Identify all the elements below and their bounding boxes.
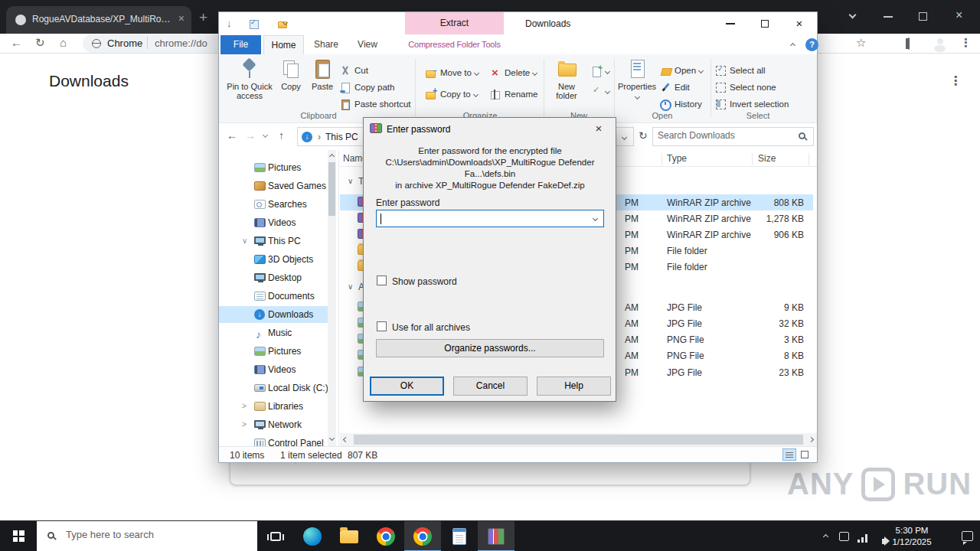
nav-scrollbar[interactable] [328, 150, 336, 446]
dialog-close-icon[interactable]: × [582, 118, 616, 139]
recent-locations-chevron-icon[interactable] [263, 132, 268, 138]
tab-view[interactable]: View [349, 35, 386, 54]
browser-close-button[interactable]: × [956, 8, 962, 22]
search-icon[interactable] [799, 132, 805, 139]
scroll-left-icon[interactable] [343, 437, 348, 442]
sidebar-item-3d-objects[interactable]: 3D Objects [219, 251, 328, 268]
refresh-icon[interactable]: ↻ [35, 37, 45, 49]
paste-shortcut-button[interactable]: Paste shortcut [340, 96, 411, 112]
taskbar-search-box[interactable] [37, 521, 257, 551]
group-chevron-icon[interactable]: ∨ [348, 177, 353, 185]
action-center-icon[interactable] [962, 531, 973, 541]
tab-search-chevron-icon[interactable] [849, 11, 857, 19]
sidebar-item-documents[interactable]: Documents [219, 288, 328, 305]
cancel-button[interactable]: Cancel [453, 377, 528, 396]
sidebar-item-downloads[interactable]: Downloads [219, 306, 328, 323]
page-menu-kebab-icon[interactable]: ⋮ [949, 73, 962, 88]
nav-up-icon[interactable]: ↑ [279, 129, 284, 142]
expander-icon[interactable]: > [242, 416, 247, 433]
bookmark-star-icon[interactable]: ☆ [856, 37, 866, 49]
tab-close-icon[interactable]: × [178, 12, 185, 24]
tab-share[interactable]: Share [306, 35, 346, 54]
edit-button[interactable]: Edit [660, 80, 690, 95]
ok-button[interactable]: OK [370, 377, 444, 396]
new-folder-button[interactable]: New folder [547, 56, 586, 111]
taskbar-search-input[interactable] [66, 529, 242, 540]
group-chevron-icon[interactable]: ∨ [348, 282, 353, 291]
taskbar-clock[interactable]: 5:30 PM 1/12/2025 [885, 525, 939, 548]
tab-file[interactable]: File [220, 35, 261, 54]
new-item-button[interactable] [591, 64, 609, 79]
sidebar-item-videos-2[interactable]: Videos [219, 361, 328, 378]
move-to-button[interactable]: Move to [426, 65, 479, 80]
cut-button[interactable]: Cut [340, 63, 368, 78]
delete-button[interactable]: Delete [490, 65, 537, 80]
sidebar-item-videos[interactable]: Videos [219, 214, 328, 231]
task-view-button[interactable] [257, 521, 294, 551]
expander-icon[interactable]: > [242, 398, 247, 415]
side-panel-icon[interactable] [908, 37, 910, 50]
start-button[interactable] [0, 521, 37, 551]
copy-to-button[interactable]: Copy to [426, 86, 478, 102]
address-dropdown-chevron-icon[interactable] [622, 135, 627, 140]
pin-to-quick-access-button[interactable]: Pin to Quick access [225, 56, 274, 111]
column-size[interactable]: Size [758, 153, 776, 164]
scroll-right-icon[interactable] [808, 437, 814, 442]
horizontal-scrollbar[interactable] [340, 433, 817, 446]
network-signal-icon[interactable] [865, 534, 867, 543]
use-for-all-archives-label[interactable]: Use for all archives [392, 322, 470, 333]
browser-minimize-button[interactable] [884, 16, 893, 18]
browser-menu-kebab-icon[interactable]: ⋮ [960, 37, 972, 49]
breadcrumb-chevron-icon[interactable]: › [318, 132, 321, 142]
taskbar-notepad-button[interactable] [441, 521, 478, 551]
scrollbar-thumb[interactable] [354, 435, 803, 445]
scroll-down-icon[interactable] [329, 435, 335, 441]
sidebar-item-libraries[interactable]: >Libraries [219, 398, 328, 415]
show-password-checkbox[interactable] [377, 276, 387, 285]
taskbar-chrome-button[interactable] [368, 521, 404, 551]
select-none-button[interactable]: Select none [715, 80, 776, 95]
tray-expand-chevron-icon[interactable] [823, 534, 828, 540]
explorer-maximize-button[interactable] [747, 12, 782, 35]
rename-button[interactable]: Rename [490, 86, 537, 102]
help-button[interactable]: Help [537, 377, 611, 396]
sidebar-item-pictures[interactable]: Pictures [219, 159, 328, 176]
open-button[interactable]: Open [660, 63, 703, 78]
taskbar-chrome-active-button[interactable] [404, 521, 441, 551]
sidebar-item-pictures-2[interactable]: Pictures [219, 343, 328, 360]
context-tab-group[interactable]: Extract [405, 12, 504, 34]
password-combo[interactable] [376, 210, 604, 227]
sidebar-item-music[interactable]: Music [219, 324, 328, 341]
qat-properties-icon[interactable] [250, 20, 259, 29]
sidebar-item-searches[interactable]: Searches [219, 196, 328, 213]
history-button[interactable]: History [660, 96, 702, 112]
nav-back-icon[interactable]: ← [227, 129, 237, 142]
sidebar-item-local-disk[interactable]: Local Disk (C:) [219, 380, 328, 396]
column-type[interactable]: Type [667, 153, 687, 164]
use-for-all-archives-checkbox[interactable] [377, 321, 387, 331]
large-icons-view-button[interactable] [799, 448, 812, 461]
browser-maximize-button[interactable] [919, 12, 927, 21]
explorer-search-box[interactable] [652, 127, 814, 146]
combo-dropdown-chevron-icon[interactable] [593, 216, 598, 221]
paste-button[interactable]: Paste [306, 56, 338, 111]
scroll-up-icon[interactable] [329, 154, 335, 159]
refresh-address-icon[interactable]: ↻ [639, 129, 648, 142]
details-view-button[interactable] [782, 448, 796, 461]
tab-compressed-folder-tools[interactable]: Compressed Folder Tools [405, 35, 504, 54]
tray-device-icon[interactable] [839, 532, 849, 541]
expander-icon[interactable]: ∨ [242, 233, 247, 249]
properties-button[interactable]: Properties [617, 56, 657, 111]
sidebar-item-desktop[interactable]: Desktop [219, 269, 328, 286]
tab-home[interactable]: Home [263, 35, 304, 54]
explorer-close-button[interactable]: × [782, 12, 817, 35]
copy-button[interactable]: Copy [276, 56, 306, 111]
taskbar-explorer-button[interactable] [331, 521, 368, 551]
new-tab-button[interactable]: + [199, 9, 207, 26]
browser-tab[interactable]: RogueAVDatabase/XP_MultiRog... × [6, 6, 191, 34]
easy-access-button[interactable] [591, 83, 609, 99]
show-password-label[interactable]: Show password [392, 276, 457, 287]
copy-path-button[interactable]: Copy path [340, 80, 394, 95]
back-icon[interactable]: ← [11, 37, 22, 49]
explorer-minimize-button[interactable] [713, 12, 747, 35]
